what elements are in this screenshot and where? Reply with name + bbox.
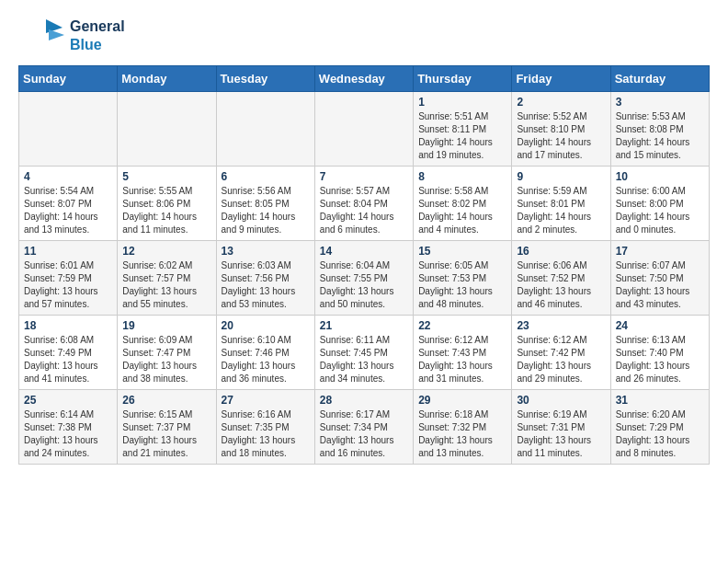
day-info: Sunrise: 6:06 AM Sunset: 7:52 PM Dayligh… (517, 259, 605, 311)
svg-marker-0 (46, 19, 63, 33)
day-info: Sunrise: 6:08 AM Sunset: 7:49 PM Dayligh… (24, 334, 112, 385)
day-number: 8 (418, 170, 506, 183)
day-header-sunday: Sunday (19, 66, 118, 92)
calendar-cell: 21Sunrise: 6:11 AM Sunset: 7:45 PM Dayli… (314, 316, 413, 390)
day-number: 11 (24, 245, 112, 258)
calendar-cell: 12Sunrise: 6:02 AM Sunset: 7:57 PM Dayli… (118, 241, 216, 316)
day-number: 4 (24, 170, 112, 183)
calendar-cell: 3Sunrise: 5:53 AM Sunset: 8:08 PM Daylig… (610, 92, 709, 167)
calendar-cell (19, 92, 118, 167)
day-info: Sunrise: 5:59 AM Sunset: 8:01 PM Dayligh… (517, 185, 605, 236)
calendar-week-row: 1Sunrise: 5:51 AM Sunset: 8:11 PM Daylig… (19, 92, 710, 167)
day-number: 10 (616, 170, 704, 183)
day-number: 27 (222, 394, 310, 407)
day-number: 16 (517, 245, 605, 258)
day-header-monday: Monday (118, 66, 216, 92)
day-info: Sunrise: 5:51 AM Sunset: 8:11 PM Dayligh… (418, 110, 506, 162)
day-info: Sunrise: 6:05 AM Sunset: 7:53 PM Dayligh… (418, 259, 506, 311)
day-info: Sunrise: 6:10 AM Sunset: 7:46 PM Dayligh… (222, 334, 310, 385)
day-number: 31 (616, 394, 704, 407)
logo-line1: General (70, 17, 125, 35)
day-number: 22 (418, 319, 506, 332)
day-info: Sunrise: 6:14 AM Sunset: 7:38 PM Dayligh… (24, 408, 112, 460)
calendar-cell: 1Sunrise: 5:51 AM Sunset: 8:11 PM Daylig… (414, 92, 512, 167)
day-number: 25 (24, 394, 112, 407)
day-info: Sunrise: 6:12 AM Sunset: 7:42 PM Dayligh… (517, 334, 605, 385)
day-number: 21 (320, 319, 408, 332)
day-number: 20 (222, 319, 310, 332)
calendar-week-row: 18Sunrise: 6:08 AM Sunset: 7:49 PM Dayli… (19, 316, 710, 390)
calendar-cell: 8Sunrise: 5:58 AM Sunset: 8:02 PM Daylig… (414, 167, 512, 241)
day-header-friday: Friday (512, 66, 610, 92)
day-info: Sunrise: 5:55 AM Sunset: 8:06 PM Dayligh… (122, 185, 210, 236)
day-info: Sunrise: 6:16 AM Sunset: 7:35 PM Dayligh… (222, 408, 310, 460)
day-info: Sunrise: 5:56 AM Sunset: 8:05 PM Dayligh… (222, 185, 310, 236)
day-number: 23 (517, 319, 605, 332)
day-number: 9 (517, 170, 605, 183)
day-number: 3 (616, 96, 704, 109)
day-info: Sunrise: 5:58 AM Sunset: 8:02 PM Dayligh… (418, 185, 506, 236)
calendar-cell: 31Sunrise: 6:20 AM Sunset: 7:29 PM Dayli… (610, 390, 709, 465)
day-number: 14 (320, 245, 408, 258)
day-info: Sunrise: 6:12 AM Sunset: 7:43 PM Dayligh… (418, 334, 506, 385)
calendar-week-row: 11Sunrise: 6:01 AM Sunset: 7:59 PM Dayli… (19, 241, 710, 316)
logo-icon (18, 15, 64, 56)
day-number: 24 (616, 319, 704, 332)
day-header-saturday: Saturday (610, 66, 709, 92)
calendar-cell: 5Sunrise: 5:55 AM Sunset: 8:06 PM Daylig… (118, 167, 216, 241)
logo: GeneralBlue (18, 15, 125, 56)
svg-marker-1 (49, 29, 64, 40)
calendar-cell: 29Sunrise: 6:18 AM Sunset: 7:32 PM Dayli… (414, 390, 512, 465)
calendar-cell: 27Sunrise: 6:16 AM Sunset: 7:35 PM Dayli… (216, 390, 314, 465)
day-number: 1 (418, 96, 506, 109)
day-number: 29 (418, 394, 506, 407)
day-info: Sunrise: 5:52 AM Sunset: 8:10 PM Dayligh… (517, 110, 605, 162)
day-info: Sunrise: 6:07 AM Sunset: 7:50 PM Dayligh… (616, 259, 704, 311)
day-number: 19 (122, 319, 210, 332)
calendar-cell: 15Sunrise: 6:05 AM Sunset: 7:53 PM Dayli… (414, 241, 512, 316)
day-number: 18 (24, 319, 112, 332)
calendar-cell: 7Sunrise: 5:57 AM Sunset: 8:04 PM Daylig… (314, 167, 413, 241)
calendar-cell: 25Sunrise: 6:14 AM Sunset: 7:38 PM Dayli… (19, 390, 118, 465)
calendar-cell (118, 92, 216, 167)
calendar-header-row: SundayMondayTuesdayWednesdayThursdayFrid… (19, 66, 710, 92)
day-header-wednesday: Wednesday (314, 66, 413, 92)
day-number: 12 (122, 245, 210, 258)
calendar-table: SundayMondayTuesdayWednesdayThursdayFrid… (18, 65, 710, 465)
calendar-cell: 18Sunrise: 6:08 AM Sunset: 7:49 PM Dayli… (19, 316, 118, 390)
calendar-cell: 24Sunrise: 6:13 AM Sunset: 7:40 PM Dayli… (610, 316, 709, 390)
calendar-cell: 9Sunrise: 5:59 AM Sunset: 8:01 PM Daylig… (512, 167, 610, 241)
day-info: Sunrise: 6:02 AM Sunset: 7:57 PM Dayligh… (122, 259, 210, 311)
calendar-cell: 16Sunrise: 6:06 AM Sunset: 7:52 PM Dayli… (512, 241, 610, 316)
day-info: Sunrise: 5:54 AM Sunset: 8:07 PM Dayligh… (24, 185, 112, 236)
calendar-week-row: 4Sunrise: 5:54 AM Sunset: 8:07 PM Daylig… (19, 167, 710, 241)
day-number: 28 (320, 394, 408, 407)
day-info: Sunrise: 6:00 AM Sunset: 8:00 PM Dayligh… (616, 185, 704, 236)
day-info: Sunrise: 6:15 AM Sunset: 7:37 PM Dayligh… (122, 408, 210, 460)
calendar-week-row: 25Sunrise: 6:14 AM Sunset: 7:38 PM Dayli… (19, 390, 710, 465)
day-info: Sunrise: 6:09 AM Sunset: 7:47 PM Dayligh… (122, 334, 210, 385)
calendar-cell: 6Sunrise: 5:56 AM Sunset: 8:05 PM Daylig… (216, 167, 314, 241)
day-info: Sunrise: 5:57 AM Sunset: 8:04 PM Dayligh… (320, 185, 408, 236)
calendar-cell: 14Sunrise: 6:04 AM Sunset: 7:55 PM Dayli… (314, 241, 413, 316)
calendar-cell: 22Sunrise: 6:12 AM Sunset: 7:43 PM Dayli… (414, 316, 512, 390)
day-info: Sunrise: 6:04 AM Sunset: 7:55 PM Dayligh… (320, 259, 408, 311)
calendar-cell: 2Sunrise: 5:52 AM Sunset: 8:10 PM Daylig… (512, 92, 610, 167)
page-header: GeneralBlue (18, 15, 710, 56)
calendar-cell: 19Sunrise: 6:09 AM Sunset: 7:47 PM Dayli… (118, 316, 216, 390)
day-info: Sunrise: 6:19 AM Sunset: 7:31 PM Dayligh… (517, 408, 605, 460)
day-info: Sunrise: 6:17 AM Sunset: 7:34 PM Dayligh… (320, 408, 408, 460)
calendar-cell: 23Sunrise: 6:12 AM Sunset: 7:42 PM Dayli… (512, 316, 610, 390)
calendar-cell: 4Sunrise: 5:54 AM Sunset: 8:07 PM Daylig… (19, 167, 118, 241)
day-number: 5 (122, 170, 210, 183)
day-number: 15 (418, 245, 506, 258)
day-info: Sunrise: 5:53 AM Sunset: 8:08 PM Dayligh… (616, 110, 704, 162)
calendar-cell: 20Sunrise: 6:10 AM Sunset: 7:46 PM Dayli… (216, 316, 314, 390)
calendar-cell: 17Sunrise: 6:07 AM Sunset: 7:50 PM Dayli… (610, 241, 709, 316)
calendar-cell: 30Sunrise: 6:19 AM Sunset: 7:31 PM Dayli… (512, 390, 610, 465)
day-header-tuesday: Tuesday (216, 66, 314, 92)
day-info: Sunrise: 6:03 AM Sunset: 7:56 PM Dayligh… (222, 259, 310, 311)
calendar-cell: 11Sunrise: 6:01 AM Sunset: 7:59 PM Dayli… (19, 241, 118, 316)
day-number: 7 (320, 170, 408, 183)
day-info: Sunrise: 6:13 AM Sunset: 7:40 PM Dayligh… (616, 334, 704, 385)
